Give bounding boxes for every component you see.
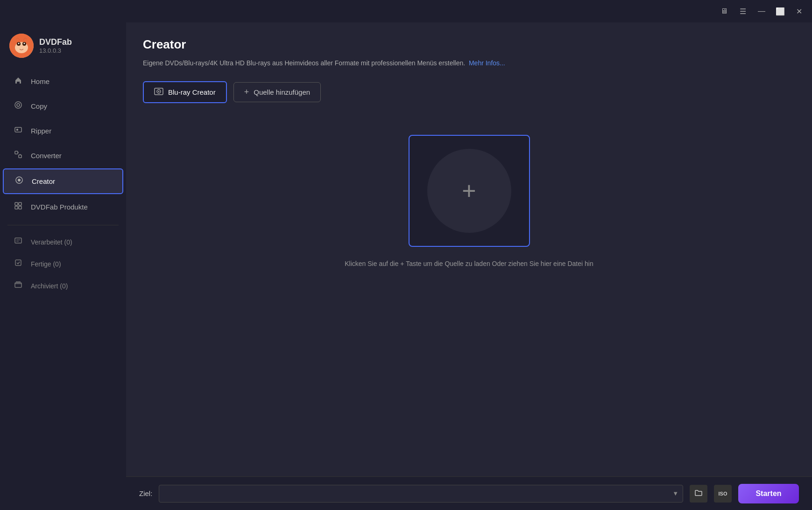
close-icon: ✕ (796, 7, 802, 16)
drop-zone-container: + Klicken Sie auf die + Taste um die Que… (143, 116, 795, 286)
sidebar-item-label: Verarbeitet (0) (31, 238, 72, 246)
folder-button[interactable] (690, 485, 707, 503)
add-source-label: Quelle hinzufügen (254, 88, 310, 96)
svg-point-6 (15, 102, 21, 108)
logo-area: DVDFab 13.0.0.3 (0, 28, 126, 69)
svg-point-4 (18, 43, 20, 44)
drop-zone-plus-icon: + (462, 179, 476, 203)
sidebar-item-label: Fertige (0) (31, 260, 61, 268)
sidebar-item-fertige[interactable]: Fertige (0) (3, 253, 123, 274)
sidebar: DVDFab 13.0.0.3 Home Copy Ripper (0, 22, 126, 510)
menu-icon: ☰ (740, 7, 746, 16)
svg-rect-18 (15, 238, 21, 243)
drop-zone[interactable]: + (409, 135, 530, 247)
svg-rect-14 (15, 203, 18, 205)
title-bar: 🖥 ☰ — ⬜ ✕ (0, 0, 812, 22)
maximize-icon: ⬜ (776, 7, 785, 16)
start-label: Starten (756, 489, 781, 497)
sidebar-item-label: Creator (32, 177, 55, 185)
svg-point-5 (24, 43, 25, 44)
copy-icon (13, 101, 23, 112)
more-info-link[interactable]: Mehr Infos... (469, 59, 505, 67)
logo-svg (9, 34, 34, 58)
iso-button[interactable]: ISO (714, 485, 732, 503)
minimize-icon: — (758, 7, 765, 15)
sidebar-item-copy[interactable]: Copy (3, 94, 123, 118)
archived-icon (13, 281, 23, 291)
content-area: Creator Eigene DVDs/Blu-rays/4K Ultra HD… (126, 22, 812, 476)
close-button[interactable]: ✕ (790, 4, 808, 19)
sidebar-item-label: Archiviert (0) (31, 282, 68, 290)
start-button[interactable]: Starten (738, 484, 799, 503)
page-title: Creator (143, 37, 795, 52)
bluray-creator-label: Blu-ray Creator (168, 88, 216, 96)
logo-text: DVDFab 13.0.0.3 (39, 37, 72, 54)
folder-icon (694, 489, 703, 499)
bluray-creator-button[interactable]: Blu-ray Creator (143, 81, 227, 103)
app-version: 13.0.0.3 (39, 47, 72, 54)
home-icon (13, 76, 23, 87)
svg-rect-11 (19, 155, 21, 158)
bluray-icon (154, 87, 163, 98)
minimize-button[interactable]: — (752, 4, 771, 19)
svg-rect-19 (15, 260, 21, 265)
app-name: DVDFab (39, 37, 72, 47)
drop-hint-text: Klicken Sie auf die + Taste um die Quell… (345, 260, 593, 267)
sidebar-item-creator[interactable]: Creator (3, 168, 123, 194)
sidebar-item-home[interactable]: Home (3, 70, 123, 93)
sidebar-item-ripper[interactable]: Ripper (3, 119, 123, 143)
svg-rect-16 (15, 206, 18, 209)
destination-input[interactable] (159, 485, 683, 503)
add-source-button[interactable]: + Quelle hinzufügen (233, 82, 321, 102)
sidebar-item-label: Home (31, 77, 49, 85)
converter-icon (13, 150, 23, 161)
sidebar-item-label: DVDFab Produkte (31, 203, 88, 211)
description-text: Eigene DVDs/Blu-rays/4K Ultra HD Blu-ray… (143, 59, 465, 67)
main-content: Creator Eigene DVDs/Blu-rays/4K Ultra HD… (126, 22, 812, 510)
svg-point-7 (17, 104, 20, 106)
destination-label: Ziel: (139, 489, 152, 497)
app-container: DVDFab 13.0.0.3 Home Copy Ripper (0, 22, 812, 510)
page-description: Eigene DVDs/Blu-rays/4K Ultra HD Blu-ray… (143, 58, 563, 68)
monitor-icon: 🖥 (720, 7, 728, 15)
drop-zone-inner: + (427, 149, 511, 233)
products-icon (13, 202, 23, 212)
plus-icon: + (244, 87, 249, 97)
sidebar-item-verarbeitet[interactable]: Verarbeitet (0) (3, 231, 123, 252)
svg-rect-10 (15, 151, 18, 154)
monitor-button[interactable]: 🖥 (715, 4, 734, 19)
svg-point-23 (158, 91, 160, 92)
sidebar-item-label: Copy (31, 102, 47, 110)
sidebar-item-label: Ripper (31, 127, 51, 135)
iso-icon: ISO (719, 491, 727, 496)
menu-button[interactable]: ☰ (734, 4, 752, 19)
sidebar-item-label: Converter (31, 152, 62, 160)
sidebar-item-dvdfab-products[interactable]: DVDFab Produkte (3, 195, 123, 219)
finished-icon (13, 259, 23, 269)
svg-point-13 (18, 179, 21, 182)
ripper-icon (13, 126, 23, 136)
svg-rect-17 (19, 206, 21, 209)
footer-bar: Ziel: ▼ ISO Starten (126, 476, 812, 510)
sidebar-item-archiviert[interactable]: Archiviert (0) (3, 275, 123, 296)
svg-rect-9 (16, 129, 18, 131)
processing-icon (13, 237, 23, 247)
svg-rect-15 (19, 203, 21, 205)
action-row: Blu-ray Creator + Quelle hinzufügen (143, 81, 795, 103)
sidebar-item-converter[interactable]: Converter (3, 144, 123, 168)
app-logo (9, 34, 34, 58)
creator-icon (14, 176, 24, 187)
sidebar-divider (7, 225, 119, 225)
maximize-button[interactable]: ⬜ (771, 4, 790, 19)
